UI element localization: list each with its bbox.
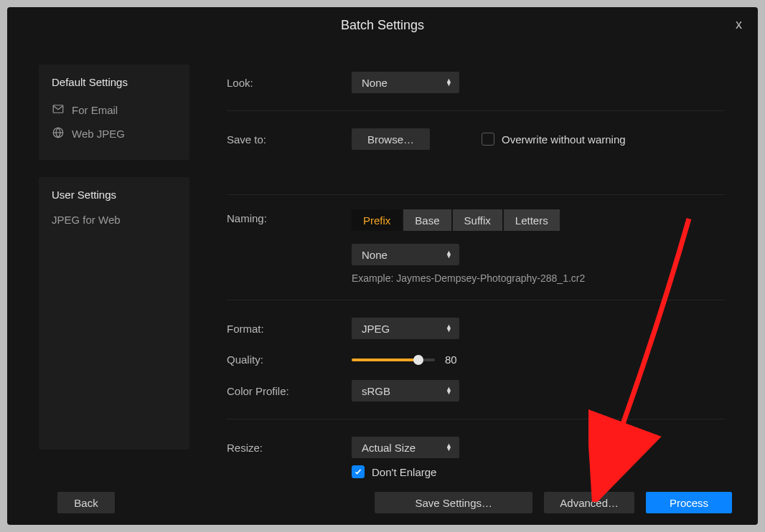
row-naming: Naming: Prefix Base Suffix Letters	[227, 205, 725, 238]
user-settings-card: User Settings JPEG for Web	[39, 177, 189, 450]
divider	[227, 110, 725, 111]
window-body: Default Settings For Email Web JPEG User…	[7, 43, 758, 525]
process-button[interactable]: Process	[646, 492, 732, 513]
stepper-icon: ▲▼	[446, 325, 452, 332]
batch-settings-window: Batch Settings x Default Settings For Em…	[7, 7, 758, 525]
sidebar-item-for-email[interactable]: For Email	[52, 98, 177, 122]
row-quality: Quality: 80	[227, 346, 725, 373]
look-value: None	[362, 77, 388, 89]
tab-suffix[interactable]: Suffix	[453, 209, 502, 231]
sidebar-item-web-jpeg[interactable]: Web JPEG	[52, 122, 177, 146]
color-profile-label: Color Profile:	[227, 385, 352, 397]
row-save-to: Save to: Browse… Overwrite without warni…	[227, 121, 725, 157]
sidebar-item-jpeg-for-web[interactable]: JPEG for Web	[52, 211, 177, 229]
quality-value: 80	[445, 353, 457, 366]
tab-base[interactable]: Base	[403, 209, 451, 231]
slider-knob-icon[interactable]	[413, 355, 423, 365]
advanced-button[interactable]: Advanced…	[544, 492, 634, 513]
format-value: JPEG	[362, 323, 390, 335]
naming-example: Example: Jaymes-Dempsey-Photography-288_…	[352, 272, 725, 284]
dont-enlarge-checkbox[interactable]: Don't Enlarge	[352, 465, 436, 478]
close-icon[interactable]: x	[736, 17, 742, 32]
stepper-icon: ▲▼	[446, 444, 452, 451]
globe-icon	[52, 126, 65, 141]
footer: Back Save Settings… Advanced… Process	[7, 480, 758, 525]
window-title: Batch Settings	[341, 18, 424, 33]
checkbox-box-icon	[482, 133, 494, 146]
overwrite-label: Overwrite without warning	[502, 133, 626, 146]
row-look: Look: None ▲▼	[227, 65, 725, 100]
stepper-icon: ▲▼	[446, 79, 452, 86]
look-label: Look:	[227, 77, 352, 89]
default-settings-heading: Default Settings	[52, 76, 177, 88]
naming-select[interactable]: None ▲▼	[352, 244, 459, 265]
quality-label: Quality:	[227, 353, 352, 366]
look-select[interactable]: None ▲▼	[352, 72, 459, 93]
row-color-profile: Color Profile: sRGB ▲▼	[227, 373, 725, 409]
overwrite-checkbox[interactable]: Overwrite without warning	[482, 133, 626, 146]
tab-letters[interactable]: Letters	[504, 209, 560, 231]
back-button[interactable]: Back	[57, 492, 115, 513]
format-select[interactable]: JPEG ▲▼	[352, 318, 459, 339]
row-resize: Resize: Actual Size ▲▼	[227, 429, 725, 465]
divider	[227, 419, 725, 419]
divider	[227, 194, 725, 195]
resize-value: Actual Size	[362, 442, 416, 454]
sidebar-item-label: Web JPEG	[72, 128, 125, 140]
slider-fill	[352, 358, 418, 361]
default-settings-card: Default Settings For Email Web JPEG	[39, 65, 189, 160]
stepper-icon: ▲▼	[446, 387, 452, 394]
tab-prefix[interactable]: Prefix	[352, 209, 402, 231]
color-profile-value: sRGB	[362, 385, 390, 397]
save-settings-button[interactable]: Save Settings…	[375, 492, 532, 513]
divider	[227, 300, 725, 300]
naming-label: Naming:	[227, 209, 352, 224]
dont-enlarge-label: Don't Enlarge	[372, 466, 436, 478]
sidebar-item-label: For Email	[72, 104, 118, 116]
format-label: Format:	[227, 323, 352, 335]
mail-icon	[52, 103, 65, 118]
resize-select[interactable]: Actual Size ▲▼	[352, 437, 459, 458]
naming-value: None	[362, 249, 388, 261]
browse-button[interactable]: Browse…	[352, 128, 430, 150]
quality-slider[interactable]	[352, 358, 435, 361]
naming-segmented: Prefix Base Suffix Letters	[352, 209, 561, 231]
form-area: Look: None ▲▼ Save to: Browse… Overwrite…	[187, 43, 758, 525]
resize-label: Resize:	[227, 442, 352, 454]
user-settings-heading: User Settings	[52, 189, 177, 201]
checkbox-checked-icon	[352, 465, 365, 478]
row-format: Format: JPEG ▲▼	[227, 310, 725, 346]
stepper-icon: ▲▼	[446, 251, 452, 258]
save-to-label: Save to:	[227, 133, 352, 146]
color-profile-select[interactable]: sRGB ▲▼	[352, 380, 459, 402]
sidebar: Default Settings For Email Web JPEG User…	[7, 43, 187, 525]
titlebar: Batch Settings x	[7, 7, 758, 43]
